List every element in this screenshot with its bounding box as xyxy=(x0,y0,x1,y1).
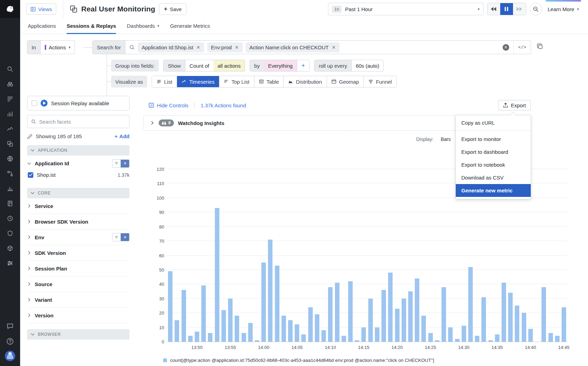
chart-bar[interactable] xyxy=(375,327,379,342)
user-avatar[interactable] xyxy=(5,351,15,361)
menu-item-copy-as-curl[interactable]: Copy as cURL xyxy=(456,115,531,131)
chart-bar[interactable] xyxy=(275,266,279,342)
viz-option-table[interactable]: Table xyxy=(254,76,284,87)
search-input[interactable]: Application Id:Shop.ist✕Env:prod✕Action … xyxy=(125,41,513,54)
chart-bar[interactable] xyxy=(381,290,386,342)
monitors-icon[interactable] xyxy=(4,213,16,224)
profiling-icon[interactable] xyxy=(4,183,16,194)
facet-clear-button[interactable]: ✕ xyxy=(121,160,129,167)
facet-clear-button[interactable]: ✕ xyxy=(121,233,129,241)
chart-bar[interactable] xyxy=(268,240,272,342)
facet-value-shop-ist[interactable]: Shop.ist1.37k xyxy=(27,171,129,182)
views-button[interactable]: Views xyxy=(26,3,56,15)
facet-browser-sdk-version[interactable]: Browser SDK Version xyxy=(27,214,129,230)
facet-value-checkbox[interactable] xyxy=(28,172,33,178)
chart-bar[interactable] xyxy=(402,299,406,342)
serverless-icon[interactable] xyxy=(4,242,16,254)
hide-controls-button[interactable]: Hide Controls xyxy=(143,102,188,108)
facet-filter-button[interactable] xyxy=(112,160,121,167)
synthetics-icon[interactable] xyxy=(4,153,16,165)
add-facet-button[interactable]: + Add xyxy=(115,133,129,139)
facet-application-id[interactable]: Application Id✕ xyxy=(27,156,129,171)
save-button[interactable]: + Save xyxy=(159,3,186,15)
chart-bar[interactable] xyxy=(522,313,526,342)
facet-service[interactable]: Service xyxy=(27,198,129,214)
scope-dropdown[interactable]: Actions ▾ xyxy=(41,41,75,54)
session-replay-checkbox[interactable] xyxy=(32,100,37,106)
chart-bar[interactable] xyxy=(195,332,199,342)
chart-bar[interactable] xyxy=(248,323,253,342)
rum-icon[interactable] xyxy=(4,138,16,150)
facet-session-plan[interactable]: Session Plan xyxy=(27,261,129,276)
chart-bar[interactable] xyxy=(408,291,413,342)
settings-icon[interactable] xyxy=(4,257,16,269)
chart-bar[interactable] xyxy=(488,340,493,342)
display-mode-dropdown[interactable]: Bars xyxy=(441,136,451,142)
datadog-logo[interactable] xyxy=(0,0,20,18)
viz-option-geomap[interactable]: Geomap xyxy=(327,76,364,87)
chart-bar[interactable] xyxy=(288,320,293,342)
filter-chip[interactable]: Application Id:Shop.ist✕ xyxy=(138,42,204,52)
chart-bar[interactable] xyxy=(508,293,513,342)
notebooks-icon[interactable] xyxy=(4,198,16,209)
chart-bar[interactable] xyxy=(328,287,333,342)
clear-search-button[interactable]: ✕ xyxy=(503,44,509,51)
chart-bar[interactable] xyxy=(221,310,226,342)
chart-bar[interactable] xyxy=(515,306,519,342)
chart-bar[interactable] xyxy=(168,271,173,342)
chart-bar[interactable] xyxy=(455,339,460,342)
viz-option-list[interactable]: List xyxy=(152,76,177,87)
add-group-by-button[interactable]: + xyxy=(297,60,309,71)
ci-pipelines-icon[interactable] xyxy=(4,168,16,180)
chart-bar[interactable] xyxy=(481,297,486,342)
chart-bar[interactable] xyxy=(188,336,193,342)
chart-bar[interactable] xyxy=(201,285,206,342)
chart-bar[interactable] xyxy=(548,333,553,342)
facet-section-browser[interactable]: BROWSER xyxy=(27,329,129,340)
chart-bar[interactable] xyxy=(242,333,246,342)
chart-bar[interactable] xyxy=(435,340,439,342)
chart-bar[interactable] xyxy=(255,340,259,342)
filter-chip[interactable]: Env:prod✕ xyxy=(207,42,243,52)
chart-bar[interactable] xyxy=(428,333,433,342)
chart-bar[interactable] xyxy=(355,340,359,342)
chart-bar[interactable] xyxy=(448,327,453,342)
pause-button[interactable] xyxy=(500,3,513,15)
viz-option-timeseries[interactable]: Timeseries xyxy=(177,76,219,87)
copy-query-button[interactable] xyxy=(537,43,543,49)
fast-forward-button[interactable] xyxy=(513,3,526,15)
remove-filter-icon[interactable]: ✕ xyxy=(196,45,200,50)
chart-bar[interactable] xyxy=(495,334,499,342)
chart-bar[interactable] xyxy=(282,316,286,342)
chart-bar[interactable] xyxy=(182,290,186,342)
count-target-dropdown[interactable]: all actions xyxy=(213,60,245,71)
menu-item-export-to-dashboard[interactable]: Export to dashboard xyxy=(456,145,531,158)
chat-icon[interactable] xyxy=(4,320,16,332)
tab-applications[interactable]: Applications xyxy=(28,18,56,34)
viz-option-distribution[interactable]: Distribution xyxy=(284,76,327,87)
facet-version[interactable]: Version xyxy=(27,308,129,323)
filter-chip[interactable]: Action Name:click on CHECKOUT✕ xyxy=(246,42,339,52)
chart-bar[interactable] xyxy=(348,281,353,342)
remove-filter-icon[interactable]: ✕ xyxy=(332,45,336,50)
chart-bar[interactable] xyxy=(175,320,179,342)
chart-bar[interactable] xyxy=(541,287,546,342)
zoom-out-button[interactable] xyxy=(530,3,542,15)
chart-bar[interactable] xyxy=(528,329,533,342)
apm-icon[interactable] xyxy=(4,123,16,135)
code-view-toggle[interactable]: </> xyxy=(513,41,531,54)
chart-bar[interactable] xyxy=(215,208,219,342)
rollup-value-dropdown[interactable]: 60s (auto) xyxy=(351,60,384,71)
facet-search-input[interactable] xyxy=(39,119,125,125)
scope-selector[interactable]: In Actions ▾ xyxy=(27,40,75,54)
chart-bar[interactable] xyxy=(208,333,212,342)
chart-bar[interactable] xyxy=(228,299,233,342)
chart-bar[interactable] xyxy=(261,263,266,342)
rewind-button[interactable] xyxy=(487,3,500,15)
chart-bar[interactable] xyxy=(502,283,506,342)
chart-bar[interactable] xyxy=(321,330,326,342)
time-range-picker[interactable]: 1h Past 1 Hour ▾ xyxy=(328,3,484,15)
menu-item-export-to-monitor[interactable]: Export to monitor xyxy=(456,133,531,145)
menu-item-generate-new-metric[interactable]: Generate new metric xyxy=(456,184,531,197)
chart-bar[interactable] xyxy=(308,307,313,342)
